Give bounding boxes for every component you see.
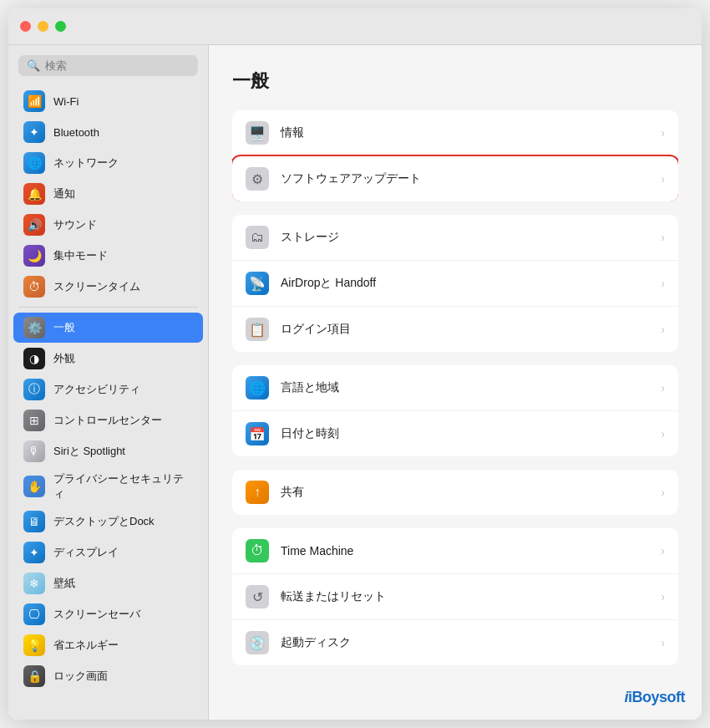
settings-group-group3: 🌐言語と地域›📅日付と時刻› — [232, 365, 678, 456]
search-box[interactable]: 🔍 — [18, 55, 198, 76]
sidebar-label-network: ネットワーク — [53, 155, 119, 171]
sidebar-item-network[interactable]: 🌐ネットワーク — [13, 148, 203, 178]
sidebar-item-privacy[interactable]: ✋プライバシーとセキュリティ — [13, 467, 203, 506]
timemachine-row-icon: ⏱ — [246, 539, 269, 563]
sidebar-label-accessibility: アクセシビリティ — [53, 382, 140, 397]
transfer-chevron-icon: › — [661, 590, 665, 603]
settings-row-datetime[interactable]: 📅日付と時刻› — [232, 411, 678, 456]
settings-row-startup[interactable]: 💿起動ディスク› — [232, 620, 678, 665]
language-row-label: 言語と地域 — [281, 380, 649, 395]
minimize-button[interactable] — [38, 21, 48, 32]
sidebar-label-lock: ロック画面 — [53, 669, 108, 684]
notification-icon: 🔔 — [23, 183, 45, 205]
wifi-icon: 📶 — [23, 90, 45, 112]
login-row-icon: 📋 — [246, 318, 269, 341]
sidebar-label-siri: Siriと Spotlight — [53, 444, 125, 459]
sidebar-label-general: 一般 — [53, 320, 75, 335]
sharing-chevron-icon: › — [661, 486, 665, 499]
settings-group-group5: ⏱Time Machine›↺転送またはリセット›💿起動ディスク› — [232, 528, 678, 665]
settings-row-transfer[interactable]: ↺転送またはリセット› — [232, 574, 678, 620]
transfer-row-label: 転送またはリセット — [281, 589, 649, 604]
settings-row-info[interactable]: 🖥️情報› — [232, 110, 678, 156]
settings-row-login[interactable]: 📋ログイン項目› — [232, 307, 678, 352]
settings-group-group2: 🗂ストレージ›📡AirDropと Handoff›📋ログイン項目› — [232, 215, 678, 352]
screensaver-icon: 🖵 — [23, 603, 45, 625]
desktop-icon: 🖥 — [23, 511, 45, 532]
sidebar-item-display[interactable]: ✦ディスプレイ — [13, 537, 203, 568]
sidebar-item-screensaver[interactable]: 🖵スクリーンセーバ — [13, 599, 203, 629]
sidebar-item-general[interactable]: ⚙️一般 — [13, 313, 203, 343]
softwareupdate-chevron-icon: › — [661, 172, 665, 186]
settings-row-language[interactable]: 🌐言語と地域› — [232, 365, 678, 411]
settings-row-softwareupdate[interactable]: ⚙ソフトウェアアップデート› — [232, 156, 678, 201]
lock-icon: 🔒 — [23, 665, 45, 687]
controlcenter-icon: ⊞ — [23, 410, 45, 431]
settings-row-sharing[interactable]: ↑共有› — [232, 470, 678, 515]
search-input[interactable] — [45, 59, 190, 72]
airdrop-row-label: AirDropと Handoff — [281, 276, 649, 291]
sidebar-item-focus[interactable]: 🌙集中モード — [13, 241, 203, 271]
search-icon: 🔍 — [27, 59, 40, 72]
login-chevron-icon: › — [661, 323, 665, 336]
close-button[interactable] — [20, 21, 31, 32]
storage-row-label: ストレージ — [281, 230, 649, 245]
sidebar-label-notification: 通知 — [53, 186, 75, 201]
sidebar: 🔍 📶Wi-Fi✦Bluetooth🌐ネットワーク🔔通知🔊サウンド🌙集中モード⏱… — [8, 45, 209, 720]
settings-row-airdrop[interactable]: 📡AirDropと Handoff› — [232, 261, 678, 307]
startup-row-icon: 💿 — [246, 631, 269, 654]
sidebar-item-desktop[interactable]: 🖥デスクトップとDock — [13, 507, 203, 537]
settings-row-timemachine[interactable]: ⏱Time Machine› — [232, 528, 678, 574]
sharing-row-label: 共有 — [281, 485, 649, 500]
sidebar-label-display: ディスプレイ — [53, 545, 119, 560]
timemachine-row-label: Time Machine — [281, 544, 649, 557]
maximize-button[interactable] — [55, 21, 66, 32]
language-row-icon: 🌐 — [246, 376, 269, 400]
settings-group-group1: 🖥️情報›⚙ソフトウェアアップデート› — [232, 110, 678, 201]
sidebar-item-notification[interactable]: 🔔通知 — [13, 179, 203, 209]
sidebar-divider — [18, 307, 198, 308]
page-title: 一般 — [232, 69, 678, 94]
sidebar-item-accessibility[interactable]: ⓘアクセシビリティ — [13, 374, 203, 405]
sidebar-label-energy: 省エネルギー — [53, 638, 119, 653]
display-icon: ✦ — [23, 542, 45, 563]
startup-row-label: 起動ディスク — [281, 635, 649, 650]
sidebar-label-screentime: スクリーンタイム — [53, 279, 140, 294]
network-icon: 🌐 — [23, 152, 45, 174]
sidebar-item-controlcenter[interactable]: ⊞コントロールセンター — [13, 405, 203, 435]
accessibility-icon: ⓘ — [23, 379, 45, 400]
sidebar-label-bluetooth: Bluetooth — [53, 126, 99, 139]
datetime-chevron-icon: › — [661, 427, 665, 440]
sidebar-item-lock[interactable]: 🔒ロック画面 — [13, 661, 203, 691]
sidebar-label-privacy: プライバシーとセキュリティ — [53, 471, 193, 501]
sidebar-label-focus: 集中モード — [53, 248, 108, 263]
softwareupdate-row-label: ソフトウェアアップデート — [281, 171, 649, 186]
sidebar-item-siri[interactable]: 🎙Siriと Spotlight — [13, 436, 203, 466]
bluetooth-icon: ✦ — [23, 121, 45, 143]
sidebar-item-wallpaper[interactable]: ❄壁紙 — [13, 568, 203, 598]
sidebar-label-desktop: デスクトップとDock — [53, 514, 155, 529]
timemachine-chevron-icon: › — [661, 544, 665, 557]
datetime-row-icon: 📅 — [246, 422, 269, 445]
content-area: 🔍 📶Wi-Fi✦Bluetooth🌐ネットワーク🔔通知🔊サウンド🌙集中モード⏱… — [8, 45, 702, 720]
sidebar-label-screensaver: スクリーンセーバ — [53, 607, 140, 622]
storage-row-icon: 🗂 — [246, 226, 269, 249]
sidebar-item-screentime[interactable]: ⏱スクリーンタイム — [13, 272, 203, 302]
energy-icon: 💡 — [23, 634, 45, 656]
siri-icon: 🎙 — [23, 440, 45, 462]
info-chevron-icon: › — [661, 126, 665, 140]
sidebar-label-wifi: Wi-Fi — [53, 95, 79, 108]
titlebar — [8, 8, 702, 45]
sidebar-item-sound[interactable]: 🔊サウンド — [13, 210, 203, 240]
datetime-row-label: 日付と時刻 — [281, 426, 649, 441]
sidebar-label-sound: サウンド — [53, 217, 97, 232]
sidebar-item-wifi[interactable]: 📶Wi-Fi — [13, 86, 203, 116]
storage-chevron-icon: › — [661, 231, 665, 244]
sound-icon: 🔊 — [23, 214, 45, 236]
language-chevron-icon: › — [661, 381, 665, 395]
startup-chevron-icon: › — [661, 636, 665, 649]
general-icon: ⚙️ — [23, 317, 45, 339]
sidebar-item-energy[interactable]: 💡省エネルギー — [13, 630, 203, 660]
sidebar-item-appearance[interactable]: ◑外観 — [13, 344, 203, 374]
sidebar-item-bluetooth[interactable]: ✦Bluetooth — [13, 117, 203, 147]
settings-row-storage[interactable]: 🗂ストレージ› — [232, 215, 678, 261]
